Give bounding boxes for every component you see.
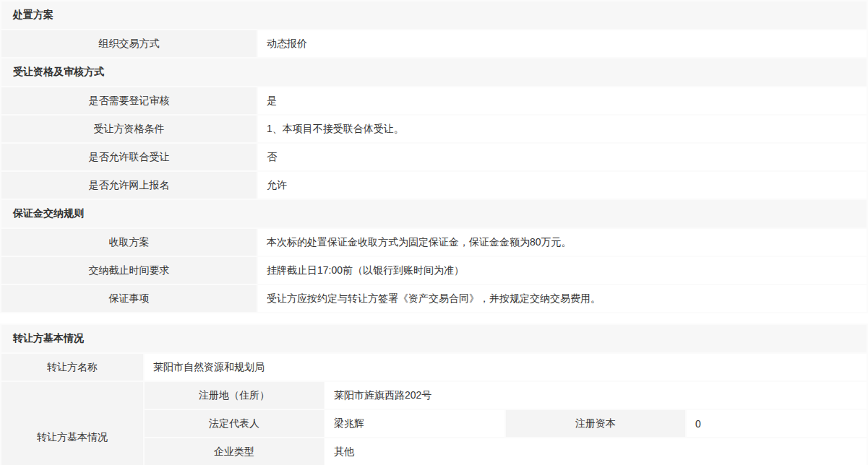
collection-plan-value: 本次标的处置保证金收取方式为固定保证金，保证金金额为80万元。	[258, 229, 867, 256]
legal-representative-label: 法定代表人	[145, 410, 324, 437]
section-row-disposal-plan: 处置方案	[1, 1, 867, 29]
transferee-conditions-value: 1、本项目不接受联合体受让。	[258, 116, 867, 142]
section-title-disposal-plan: 处置方案	[1, 1, 867, 29]
transferor-name-value: 莱阳市自然资源和规划局	[145, 354, 867, 381]
table-row: 保证事项 受让方应按约定与转让方签署《资产交易合同》，并按规定交纳交易费用。	[1, 285, 867, 312]
table-row: 组织交易方式 动态报价	[1, 30, 867, 57]
registration-review-value: 是	[258, 87, 867, 114]
enterprise-type-value: 其他	[325, 438, 867, 465]
enterprise-type-label: 企业类型	[145, 438, 324, 465]
transferor-basic-group-label: 转让方基本情况	[1, 382, 143, 465]
legal-representative-value: 梁兆辉	[325, 410, 504, 437]
section-title-transferor-basic: 转让方基本情况	[1, 325, 867, 352]
online-signup-value: 允许	[258, 172, 867, 199]
section-title-deposit-rules: 保证金交纳规则	[1, 200, 867, 227]
guarantee-matters-label: 保证事项	[1, 285, 257, 312]
online-signup-label: 是否允许网上报名	[1, 172, 257, 199]
registered-address-label: 注册地（住所）	[145, 382, 324, 409]
section-row-transferor-basic: 转让方基本情况	[1, 325, 867, 352]
section-row-deposit-rules: 保证金交纳规则	[1, 200, 867, 227]
table-row: 受让方资格条件 1、本项目不接受联合体受让。	[1, 116, 867, 142]
table-row: 是否需要登记审核 是	[1, 87, 867, 114]
guarantee-matters-value: 受让方应按约定与转让方签署《资产交易合同》，并按规定交纳交易费用。	[258, 285, 867, 312]
transferor-name-label: 转让方名称	[1, 354, 143, 381]
transferor-info-table: 转让方基本情况 转让方名称 莱阳市自然资源和规划局 转让方基本情况 注册地（住所…	[0, 323, 868, 465]
table-row: 收取方案 本次标的处置保证金收取方式为固定保证金，保证金金额为80万元。	[1, 229, 867, 256]
registered-capital-label: 注册资本	[506, 410, 685, 437]
payment-deadline-value: 挂牌截止日17:00前（以银行到账时间为准）	[258, 257, 867, 284]
table-row: 交纳截止时间要求 挂牌截止日17:00前（以银行到账时间为准）	[1, 257, 867, 284]
disposal-info-table: 处置方案 组织交易方式 动态报价 受让资格及审核方式 是否需要登记审核 是 受让…	[0, 0, 868, 313]
registration-review-label: 是否需要登记审核	[1, 87, 257, 114]
table-row: 是否允许网上报名 允许	[1, 172, 867, 199]
trade-method-value: 动态报价	[258, 30, 867, 57]
section-title-transferee-qualification: 受让资格及审核方式	[1, 58, 867, 86]
joint-transfer-value: 否	[258, 144, 867, 170]
collection-plan-label: 收取方案	[1, 229, 257, 256]
registered-capital-value: 0	[687, 410, 867, 437]
table-row: 转让方名称 莱阳市自然资源和规划局	[1, 354, 867, 381]
transferee-conditions-label: 受让方资格条件	[1, 116, 257, 142]
table-row: 转让方基本情况 注册地（住所） 莱阳市旌旗西路202号	[1, 382, 867, 409]
trade-method-label: 组织交易方式	[1, 30, 257, 57]
section-row-transferee-qualification: 受让资格及审核方式	[1, 58, 867, 86]
table-row: 是否允许联合受让 否	[1, 144, 867, 170]
joint-transfer-label: 是否允许联合受让	[1, 144, 257, 170]
registered-address-value: 莱阳市旌旗西路202号	[325, 382, 867, 409]
payment-deadline-label: 交纳截止时间要求	[1, 257, 257, 284]
